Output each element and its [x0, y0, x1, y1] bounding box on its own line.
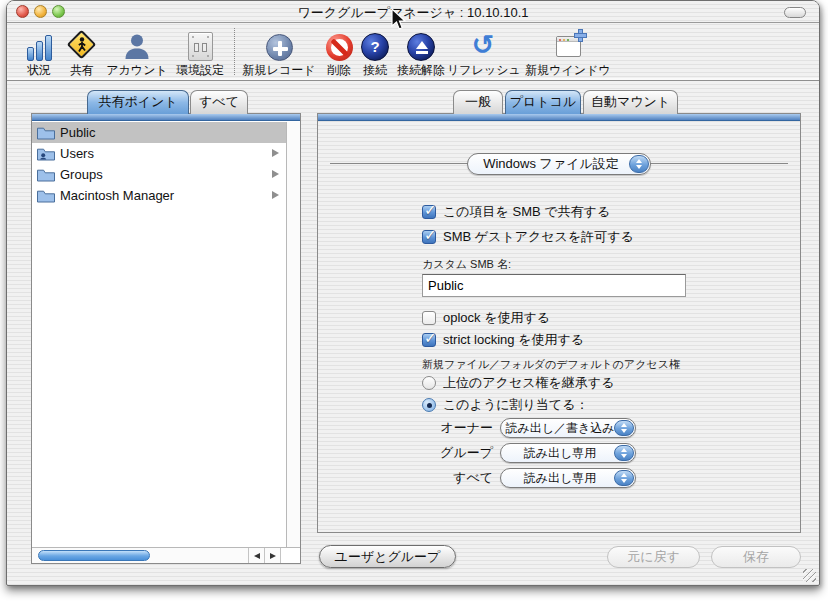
toolbar-item-connect[interactable]: 接続: [357, 26, 393, 79]
scrollbar-thumb[interactable]: [38, 550, 150, 561]
toolbar-item-new-window[interactable]: 新規ウインドウ: [519, 26, 617, 79]
scrollbar-corner: [280, 548, 300, 563]
popup-arrows-icon: [614, 445, 634, 461]
radio-icon: [422, 398, 436, 412]
protocol-select-popup[interactable]: Windows ファイル設定: [467, 153, 651, 175]
checkbox-icon: [422, 230, 436, 244]
list-item-public[interactable]: Public: [32, 122, 286, 143]
checkbox-icon: [422, 205, 436, 219]
share-points-list-panel: Public Users Groups: [31, 113, 301, 564]
custom-smb-name-field[interactable]: [422, 274, 686, 297]
mouse-cursor: [391, 8, 408, 32]
list-item-label: Macintosh Manager: [60, 188, 174, 203]
everyone-permission-popup[interactable]: 読み出し専用: [500, 468, 636, 488]
folder-icon: [37, 168, 55, 182]
folder-icon: [37, 189, 55, 203]
folder-icon: [37, 126, 55, 140]
toolbar: 状況 共有: [7, 24, 819, 81]
folder-user-icon: [37, 147, 55, 161]
bar-chart-icon: [17, 26, 61, 61]
popup-arrows-icon: [614, 470, 634, 486]
globe-question-icon: [357, 26, 393, 61]
tab-share-points[interactable]: 共有ポイント: [87, 90, 189, 114]
checkbox-smb-guest[interactable]: SMB ゲストアクセスを許可する: [422, 228, 634, 245]
new-window-icon: [519, 26, 617, 61]
toolbar-item-refresh[interactable]: リフレッシュ: [447, 26, 519, 79]
scrollbar-track[interactable]: [32, 548, 248, 563]
list-item-label: Public: [60, 125, 95, 140]
list-item-label: Users: [60, 146, 94, 161]
group-label: グループ: [318, 444, 500, 462]
radio-label: このように割り当てる：: [443, 396, 588, 414]
tab-automount[interactable]: 自動マウント: [583, 90, 678, 114]
permission-row-everyone: すべて 読み出し専用: [318, 468, 636, 488]
plus-badge-icon: [575, 30, 586, 41]
disclosure-arrow-icon[interactable]: [272, 170, 279, 178]
window-title: ワークグループマネージャ : 10.10.10.1: [77, 4, 749, 22]
popup-arrows-icon: [629, 155, 649, 173]
minimize-button[interactable]: [34, 5, 47, 18]
owner-label: オーナー: [318, 419, 500, 437]
scroll-right-button[interactable]: [264, 548, 280, 563]
light-switch-icon: [171, 26, 229, 61]
radio-inherit-permissions[interactable]: 上位のアクセス権を継承する: [422, 374, 614, 391]
everyone-label: すべて: [318, 469, 500, 487]
vertical-scrollbar[interactable]: [286, 122, 300, 547]
disclosure-arrow-icon[interactable]: [272, 191, 279, 199]
horizontal-scrollbar[interactable]: [32, 547, 300, 563]
refresh-icon: [447, 26, 519, 61]
prohibited-icon: [321, 26, 357, 61]
close-button[interactable]: [16, 5, 29, 18]
zoom-button[interactable]: [52, 5, 65, 18]
toolbar-item-accounts[interactable]: アカウント: [101, 26, 173, 79]
toolbar-item-delete[interactable]: 削除: [321, 26, 357, 79]
permission-row-owner: オーナー 読み出し／書き込み: [318, 418, 636, 438]
toolbar-item-disconnect[interactable]: 接続解除: [391, 26, 451, 79]
screen: ワークグループマネージャ : 10.10.10.1 状況: [0, 0, 828, 608]
group-permission-popup[interactable]: 読み出し専用: [500, 443, 636, 463]
workgroup-manager-window: ワークグループマネージャ : 10.10.10.1 状況: [6, 0, 820, 586]
panel-header-strip: [318, 114, 800, 121]
checkbox-icon: [422, 311, 436, 325]
list-item-users[interactable]: Users: [32, 143, 286, 164]
users-and-groups-button[interactable]: ユーザとグループ: [319, 545, 456, 568]
person-icon: [101, 26, 173, 61]
checkbox-icon: [422, 333, 436, 347]
revert-button[interactable]: 元に戻す: [607, 546, 700, 568]
radio-label: 上位のアクセス権を継承する: [443, 374, 614, 392]
permissions-section-label: 新規ファイル／フォルダのデフォルトのアクセス権: [422, 357, 680, 372]
tab-all[interactable]: すべて: [190, 90, 248, 114]
toolbar-separator: [234, 28, 235, 75]
toolbar-pill-button[interactable]: [784, 7, 806, 18]
checkbox-label: SMB ゲストアクセスを許可する: [443, 228, 634, 246]
save-button[interactable]: 保存: [711, 546, 801, 568]
permission-row-group: グループ 読み出し専用: [318, 443, 636, 463]
tab-general[interactable]: 一般: [453, 90, 503, 114]
toolbar-item-status[interactable]: 状況: [17, 26, 61, 79]
resize-grip[interactable]: [803, 569, 816, 582]
custom-smb-name-label: カスタム SMB 名:: [422, 257, 511, 272]
protocol-select-value: Windows ファイル設定: [483, 155, 635, 173]
checkbox-share-smb[interactable]: この項目を SMB で共有する: [422, 203, 610, 220]
owner-permission-popup[interactable]: 読み出し／書き込み: [500, 418, 636, 438]
tab-protocol[interactable]: プロトコル: [505, 90, 581, 114]
scroll-left-button[interactable]: [248, 548, 264, 563]
crosswalk-sign-icon: [61, 26, 103, 61]
list-item-groups[interactable]: Groups: [32, 164, 286, 185]
checkbox-oplock[interactable]: oplock を使用する: [422, 309, 550, 326]
title-bar[interactable]: ワークグループマネージャ : 10.10.10.1: [7, 1, 819, 23]
toolbar-item-preferences[interactable]: 環境設定: [171, 26, 229, 79]
toolbar-item-sharing[interactable]: 共有: [61, 26, 103, 79]
radio-icon: [422, 376, 436, 390]
radio-assign-permissions[interactable]: このように割り当てる：: [422, 396, 588, 413]
checkbox-label: この項目を SMB で共有する: [443, 203, 610, 221]
share-points-list: Public Users Groups: [32, 122, 286, 547]
toolbar-item-new-record[interactable]: 新規レコード: [239, 26, 319, 79]
checkbox-strict-locking[interactable]: strict locking を使用する: [422, 331, 584, 348]
disclosure-arrow-icon[interactable]: [272, 149, 279, 157]
list-item-macintosh-manager[interactable]: Macintosh Manager: [32, 185, 286, 206]
plus-circle-icon: [239, 26, 319, 61]
protocol-settings-panel: Windows ファイル設定 この項目を SMB で共有する SMB ゲストアク…: [317, 113, 801, 533]
checkbox-label: strict locking を使用する: [443, 331, 584, 349]
checkbox-label: oplock を使用する: [443, 309, 550, 327]
